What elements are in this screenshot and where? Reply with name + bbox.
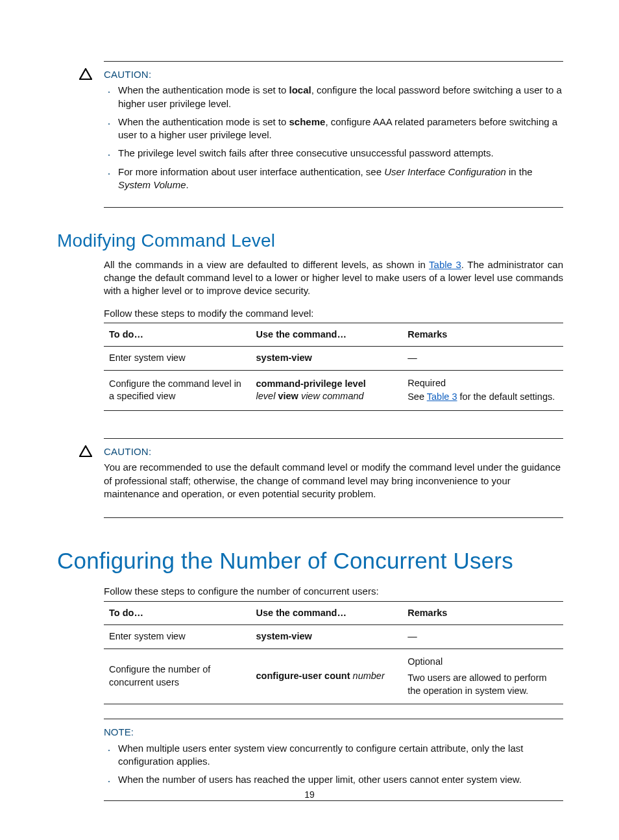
td: Required See Table 3 for the default set… (402, 370, 563, 410)
table-header-row: To do… Use the command… Remarks (104, 601, 563, 625)
caution-1-item: When the authentication mode is set to l… (115, 84, 563, 110)
td: — (402, 625, 563, 649)
text: See (407, 391, 427, 402)
text-bold: local (289, 84, 311, 95)
th-todo: To do… (104, 601, 251, 625)
caution-1-list: When the authentication mode is set to l… (104, 84, 563, 191)
link-table-3[interactable]: Table 3 (429, 259, 461, 270)
table-row: Configure the number of concurrent users… (104, 649, 563, 704)
table-row: Enter system view system-view — (104, 625, 563, 649)
text-bold: scheme (289, 116, 326, 127)
caution-block-1: CAUTION: When the authentication mode is… (104, 61, 563, 208)
text: for the default settings. (457, 391, 555, 402)
text-italic: System Volume (118, 179, 186, 190)
steps-intro: Follow these steps to configure the numb… (104, 585, 563, 598)
text: in the (506, 166, 533, 177)
caution-header: CAUTION: (104, 445, 563, 458)
text: Required (407, 377, 558, 390)
th-command: Use the command… (251, 323, 403, 347)
caution-label: CAUTION: (104, 446, 151, 457)
td: system-view (251, 625, 403, 649)
link-table-3[interactable]: Table 3 (427, 391, 457, 402)
text: When the authentication mode is set to (118, 116, 289, 127)
caution-2-body: You are recommended to use the default c… (104, 461, 563, 500)
text: For more information about user interfac… (118, 166, 384, 177)
text-bold: system-view (256, 352, 312, 363)
note-item: When the number of users has reached the… (115, 773, 563, 786)
table-row: Enter system view system-view — (104, 347, 563, 371)
td: Configure the number of concurrent users (104, 649, 251, 704)
table-row: Configure the command level in a specifi… (104, 370, 563, 410)
td: Optional Two users are allowed to perfor… (402, 649, 563, 704)
td: Enter system view (104, 625, 251, 649)
paragraph: All the commands in a view are defaulted… (104, 258, 563, 298)
table-modify-command-level: To do… Use the command… Remarks Enter sy… (104, 323, 563, 411)
text: . (186, 179, 188, 190)
text: Two users are allowed to perform the ope… (407, 672, 558, 697)
table-concurrent-users: To do… Use the command… Remarks Enter sy… (104, 601, 563, 705)
caution-header: CAUTION: (104, 68, 563, 81)
caution-1-item: When the authentication mode is set to s… (115, 116, 563, 142)
td: Enter system view (104, 347, 251, 371)
td: Configure the command level in a specifi… (104, 370, 251, 410)
table-header-row: To do… Use the command… Remarks (104, 323, 563, 347)
heading-configuring-concurrent-users: Configuring the Number of Concurrent Use… (57, 545, 563, 576)
td: — (402, 347, 563, 371)
text-italic: User Interface Configuration (384, 166, 506, 177)
caution-label: CAUTION: (104, 69, 151, 80)
caution-block-2: CAUTION: You are recommended to use the … (104, 438, 563, 518)
th-todo: To do… (104, 323, 251, 347)
note-item: When multiple users enter system view co… (115, 742, 563, 769)
note-list: When multiple users enter system view co… (104, 742, 563, 787)
th-command: Use the command… (251, 601, 403, 625)
text-italic: level (256, 391, 276, 401)
td: configure-user count number (251, 649, 403, 704)
page-number: 19 (0, 789, 619, 801)
text: The privilege level switch fails after t… (118, 147, 494, 158)
text-italic: number (353, 671, 385, 681)
td: system-view (251, 347, 403, 371)
caution-1-item: For more information about user interfac… (115, 166, 563, 192)
text: When the authentication mode is set to (118, 84, 289, 95)
text-italic: view command (301, 391, 364, 401)
heading-modifying-command-level: Modifying Command Level (57, 229, 563, 253)
text: See Table 3 for the default settings. (407, 391, 558, 404)
td: command-privilege level level view view … (251, 370, 403, 410)
th-remarks: Remarks (402, 323, 563, 347)
steps-intro: Follow these steps to modify the command… (104, 307, 563, 320)
caution-triangle-icon (79, 445, 92, 457)
text: All the commands in a view are defaulted… (104, 259, 429, 270)
text: Optional (407, 656, 558, 669)
th-remarks: Remarks (402, 601, 563, 625)
text-bold: configure-user count (256, 671, 350, 681)
text-bold: system-view (256, 631, 312, 641)
text-bold: view (278, 391, 298, 401)
note-label: NOTE: (104, 726, 563, 739)
caution-1-item: The privilege level switch fails after t… (115, 147, 563, 160)
caution-triangle-icon (79, 68, 92, 80)
text-bold: command-privilege level (256, 378, 366, 389)
